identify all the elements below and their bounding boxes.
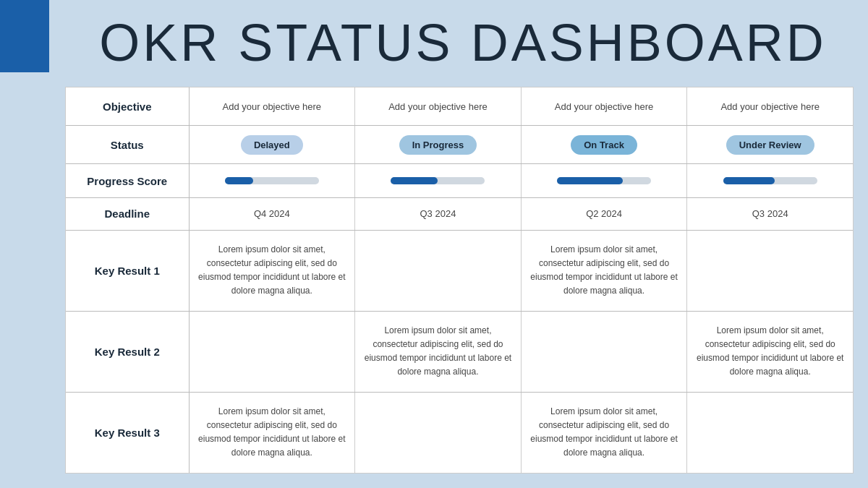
accent-block [0, 0, 49, 72]
deadline-row: Deadline Q4 2024 Q3 2024 Q2 2024 Q3 2024 [66, 198, 853, 231]
objective-col1[interactable]: Add your objective here [189, 87, 355, 126]
objective-col3[interactable]: Add your objective here [521, 87, 687, 126]
kr1-row-label: Key Result 1 [66, 230, 189, 311]
deadline-row-label: Deadline [66, 198, 189, 231]
kr1-col3[interactable]: Lorem ipsum dolor sit amet, consectetur … [521, 230, 687, 311]
kr3-col2 [355, 392, 522, 473]
kr3-row-label: Key Result 3 [66, 392, 189, 473]
kr1-col2 [355, 230, 522, 311]
status-badge-col3: On Track [571, 135, 637, 155]
page-title: OKR STATUS DASHBOARD [58, 13, 868, 72]
progress-track-col4 [723, 177, 817, 184]
objective-row: Objective Add your objective here Add yo… [66, 87, 853, 126]
status-badge-col2: In Progress [399, 135, 477, 155]
kr2-col1 [189, 311, 355, 392]
kr2-row: Key Result 2 Lorem ipsum dolor sit amet,… [66, 311, 853, 392]
status-col2: In Progress [355, 126, 522, 164]
kr2-row-label: Key Result 2 [66, 311, 189, 392]
deadline-col2: Q3 2024 [355, 198, 522, 231]
progress-bar-container-col2 [364, 177, 512, 184]
progress-fill-col3 [557, 177, 623, 184]
deadline-col3: Q2 2024 [521, 198, 687, 231]
status-badge-col4: Under Review [726, 135, 814, 155]
status-col1: Delayed [189, 126, 355, 164]
kr2-col3 [521, 311, 687, 392]
progress-bar-container-col1 [198, 177, 346, 184]
status-col3: On Track [521, 126, 687, 164]
status-row-label: Status [66, 126, 189, 164]
progress-col4 [687, 164, 853, 198]
deadline-col1: Q4 2024 [189, 198, 355, 231]
progress-bar-container-col3 [530, 177, 678, 184]
kr1-row: Key Result 1 Lorem ipsum dolor sit amet,… [66, 230, 853, 311]
progress-row-label: Progress Score [66, 164, 189, 198]
kr3-col4 [687, 392, 853, 473]
kr3-col1[interactable]: Lorem ipsum dolor sit amet, consectetur … [189, 392, 355, 473]
progress-track-col2 [391, 177, 485, 184]
status-col4: Under Review [687, 126, 853, 164]
objective-col2[interactable]: Add your objective here [355, 87, 522, 126]
kr2-col2[interactable]: Lorem ipsum dolor sit amet, consectetur … [355, 311, 522, 392]
progress-fill-col4 [723, 177, 775, 184]
deadline-col4: Q3 2024 [687, 198, 853, 231]
progress-row: Progress Score [66, 164, 853, 198]
kr1-col4 [687, 230, 853, 311]
objective-col4[interactable]: Add your objective here [687, 87, 853, 126]
progress-track-col3 [557, 177, 651, 184]
kr3-row: Key Result 3 Lorem ipsum dolor sit amet,… [66, 392, 853, 473]
progress-col3 [521, 164, 687, 198]
kr3-col3[interactable]: Lorem ipsum dolor sit amet, consectetur … [521, 392, 687, 473]
dashboard-table: Objective Add your objective here Add yo… [65, 87, 854, 474]
progress-fill-col2 [391, 177, 438, 184]
objective-row-label: Objective [66, 87, 189, 126]
progress-fill-col1 [225, 177, 253, 184]
progress-col1 [189, 164, 355, 198]
kr1-col1[interactable]: Lorem ipsum dolor sit amet, consectetur … [189, 230, 355, 311]
status-badge-col1: Delayed [241, 135, 303, 155]
progress-track-col1 [225, 177, 319, 184]
status-row: Status Delayed In Progress On Track Unde… [66, 126, 853, 164]
kr2-col4[interactable]: Lorem ipsum dolor sit amet, consectetur … [687, 311, 853, 392]
progress-bar-container-col4 [696, 177, 844, 184]
progress-col2 [355, 164, 522, 198]
